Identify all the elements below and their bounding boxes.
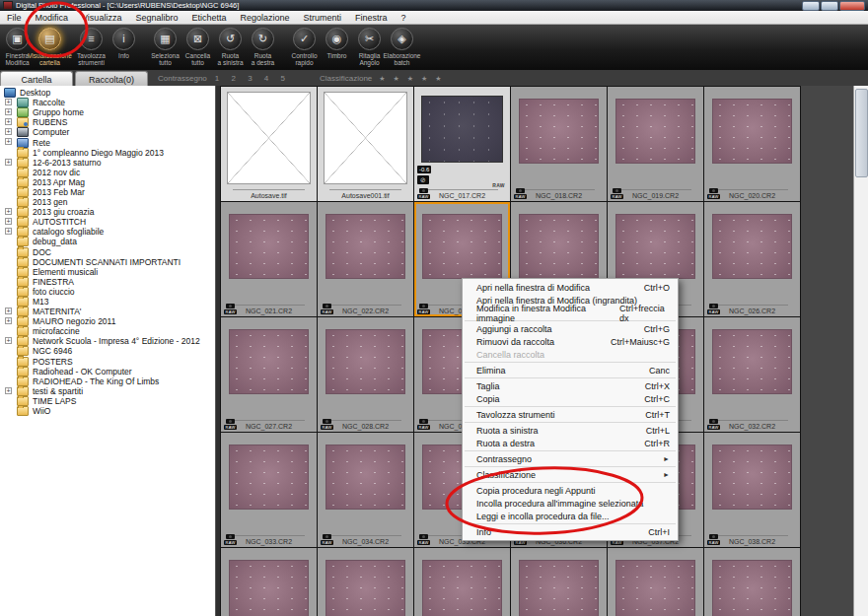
sidebar-item-gruppo-home[interactable]: +Gruppo home xyxy=(0,107,215,117)
sidebar-item-network-scuola-impresa-4-edizione-2012[interactable]: +Network Scuola - Impresa 4° Edizione - … xyxy=(0,336,215,346)
thumbnail-cell-r4c0[interactable]: RAW xyxy=(221,548,317,616)
menubar-item-8[interactable]: ? xyxy=(395,13,413,23)
thumbnail-cell-r4c1[interactable]: RAW xyxy=(318,548,413,616)
toolbar-button-ruota-a-destra[interactable]: ↻Ruota a destra xyxy=(247,28,279,66)
thumbnail-cell-ngc-020-cr2[interactable]: NGC_020.CR2RAW xyxy=(704,87,800,201)
context-menu-item-copia-procedura-negli-appunti[interactable]: Copia procedura negli Appunti xyxy=(463,484,678,497)
sidebar-item-1-compleanno-diego-maggio-2013[interactable]: 1° compleanno Diego Maggio 2013 xyxy=(0,148,215,158)
sidebar-item-wiio[interactable]: WiiO xyxy=(0,406,215,416)
thumbnail-cell-ngc-032-cr2[interactable]: NGC_032.CR2RAW xyxy=(704,317,800,432)
menubar-item-strumenti[interactable]: Strumenti xyxy=(297,13,349,23)
sidebar-item-autostitch[interactable]: +AUTOSTITCH xyxy=(0,217,215,227)
thumbnail-cell-ngc-034-cr2[interactable]: NGC_034.CR2RAW xyxy=(318,433,413,547)
close-button[interactable] xyxy=(839,1,865,11)
sidebar-item-2013-giu-croazia[interactable]: +2013 giu croazia xyxy=(0,207,215,217)
sidebar-item-testi-spartiti[interactable]: +testi & spartiti xyxy=(0,386,215,396)
toolbar-button-controllo-rapido[interactable]: ✓Controllo rapido xyxy=(288,28,321,66)
sidebar-item-debug-data[interactable]: debug_data xyxy=(0,237,215,246)
context-menu-item-aggiungi-a-raccolta[interactable]: Aggiungi a raccoltaCtrl+G xyxy=(463,322,678,335)
sidebar-item-posters[interactable]: POSTERS xyxy=(0,357,215,367)
context-menu-item-info[interactable]: InfoCtrl+I xyxy=(463,525,678,538)
menubar-item-visualizza[interactable]: Visualizza xyxy=(75,13,128,23)
expand-icon[interactable]: + xyxy=(5,387,12,394)
context-menu-item-contrassegno[interactable]: Contrassegno► xyxy=(463,452,678,465)
restore-button[interactable] xyxy=(821,1,838,11)
thumbnail-cell-ngc-033-cr2[interactable]: NGC_033.CR2RAW xyxy=(221,433,317,547)
sidebar-item-computer[interactable]: +Computer xyxy=(0,127,215,137)
menubar-item-regolazione[interactable]: Regolazione xyxy=(233,13,296,23)
menubar-item-modifica[interactable]: Modifica xyxy=(29,13,76,23)
expand-icon[interactable]: + xyxy=(5,128,12,135)
thumbnail-cell-autosave001-tif[interactable]: Autosave001.tif xyxy=(318,87,413,201)
sidebar-item-2013-feb-mar[interactable]: 2013 Feb Mar xyxy=(0,187,215,197)
sidebar-item-radiohead-the-king-of-limbs[interactable]: RADIOHEAD - The King Of Limbs xyxy=(0,376,215,386)
context-menu-item-ruota-a-sinistra[interactable]: Ruota a sinistraCtrl+L xyxy=(463,424,678,437)
context-menu-item-leggi-e-incolla-procedura-da-file[interactable]: Leggi e incolla procedura da file... xyxy=(463,510,678,522)
sidebar-item-ngc-6946[interactable]: NGC 6946 xyxy=(0,346,215,356)
context-menu-item-elimina[interactable]: EliminaCanc xyxy=(463,364,678,376)
sidebar-item-desktop[interactable]: Desktop xyxy=(0,88,215,98)
sidebar-item-rubens[interactable]: +RUBENS xyxy=(0,117,215,127)
toolbar-button-seleziona-tutto[interactable]: ▦Seleziona tutto xyxy=(149,28,181,66)
sidebar-item-foto-ciuccio[interactable]: foto ciuccio xyxy=(0,287,215,297)
sidebar-item-elementi-musicali[interactable]: Elementi musicali xyxy=(0,267,215,277)
toolbar-button-tavolozza-strumenti[interactable]: ≡Tavolozza strumenti xyxy=(75,28,108,66)
context-menu-item-taglia[interactable]: TagliaCtrl+X xyxy=(463,379,678,392)
toolbar-button-ritaglia-angolo[interactable]: ✂Ritaglia Angolo xyxy=(353,28,386,66)
expand-icon[interactable]: + xyxy=(5,337,12,344)
toolbar-button-ruota-a-sinistra[interactable]: ↺Ruota a sinistra xyxy=(214,28,247,66)
vertical-scrollbar[interactable] xyxy=(853,86,868,616)
toolbar-button-timbro[interactable]: ◉Timbro xyxy=(321,28,353,66)
menubar-item-etichetta[interactable]: Etichetta xyxy=(184,13,233,23)
scrollbar-thumb[interactable] xyxy=(855,89,868,177)
expand-icon[interactable]: + xyxy=(5,228,12,235)
toolbar-button-visualizzazione-cartella[interactable]: ▤Visualizzazione cartella xyxy=(34,28,66,66)
toolbar-button-elaborazione-batch[interactable]: ◈Elaborazione batch xyxy=(386,28,418,66)
menubar-item-finestra[interactable]: Finestra xyxy=(348,13,395,23)
expand-icon[interactable]: + xyxy=(5,159,12,166)
sidebar-item-microfaccine[interactable]: microfaccine xyxy=(0,326,215,336)
tab-raccolta[interactable]: Raccolta(0) xyxy=(75,71,148,87)
checkmark-filter-numbers[interactable]: 1 2 3 4 5 xyxy=(215,74,290,83)
sidebar-item-2013-gen[interactable]: 2013 gen xyxy=(0,197,215,207)
sidebar-item-catalogo-sfogliabile[interactable]: +catalogo sfogliabile xyxy=(0,227,215,237)
context-menu-item-classificazione[interactable]: Classificazione► xyxy=(463,468,678,481)
thumbnail-cell-ngc-018-cr2[interactable]: NGC_018.CR2RAW xyxy=(511,87,607,201)
sidebar-item-radiohead-ok-computer[interactable]: Radiohead - OK Computer xyxy=(0,367,215,376)
thumbnail-cell-ngc-019-cr2[interactable]: NGC_019.CR2RAW xyxy=(608,87,703,201)
context-menu-item-apri-nella-finestra-di-modifica[interactable]: Apri nella finestra di ModificaCtrl+O xyxy=(463,281,678,294)
expand-icon[interactable]: + xyxy=(5,99,12,105)
sidebar-item-time-laps[interactable]: TIME LAPS xyxy=(0,396,215,406)
expand-icon[interactable]: + xyxy=(5,308,12,314)
thumbnail-cell-ngc-017-cr2[interactable]: NGC_017.CR2RAW-0.6⊘RAW xyxy=(414,87,510,201)
thumbnail-cell-ngc-022-cr2[interactable]: NGC_022.CR2RAW xyxy=(318,202,413,316)
context-menu-item-tavolozza-strumenti[interactable]: Tavolozza strumentiCtrl+T xyxy=(463,408,678,421)
minimize-button[interactable] xyxy=(802,1,820,11)
thumbnail-cell-r4c3[interactable]: RAW xyxy=(511,548,607,616)
sidebar-item-2013-apr-mag[interactable]: 2013 Apr Mag xyxy=(0,177,215,187)
toolbar-button-info[interactable]: iInfo xyxy=(108,28,140,66)
expand-icon[interactable]: + xyxy=(5,317,12,324)
thumbnail-cell-ngc-021-cr2[interactable]: NGC_021.CR2RAW xyxy=(221,202,317,316)
thumbnail-cell-r4c4[interactable]: RAW xyxy=(608,548,703,616)
thumbnail-cell-autosave-tif[interactable]: Autosave.tif xyxy=(221,87,317,201)
context-menu-item-modifica-in-finestra-modifica-immagine[interactable]: Modifica in finestra Modifica immagineCt… xyxy=(463,307,678,319)
context-menu-item-incolla-procedura-all-immagine-selezionata[interactable]: Incolla procedura all'immagine seleziona… xyxy=(463,497,678,510)
context-menu-item-ruota-a-destra[interactable]: Ruota a destraCtrl+R xyxy=(463,437,678,449)
sidebar-item-doc[interactable]: DOC xyxy=(0,247,215,257)
thumbnail-cell-ngc-038-cr2[interactable]: NGC_038.CR2RAW xyxy=(704,433,800,547)
thumbnail-cell-ngc-028-cr2[interactable]: NGC_028.CR2RAW xyxy=(318,317,413,432)
sidebar-item-mauro-negozio-2011[interactable]: +MAURO negozio 2011 xyxy=(0,316,215,326)
sidebar-item-finestra[interactable]: FINESTRA xyxy=(0,277,215,287)
expand-icon[interactable]: + xyxy=(5,138,12,145)
sidebar-item-rete[interactable]: +Rete xyxy=(0,137,215,147)
menubar-item-file[interactable]: File xyxy=(0,13,29,23)
expand-icon[interactable]: + xyxy=(5,108,12,115)
sidebar-item-m13[interactable]: M13 xyxy=(0,297,215,307)
thumbnail-cell-ngc-027-cr2[interactable]: NGC_027.CR2RAW xyxy=(221,317,317,432)
thumbnail-cell-r4c2[interactable]: RAW xyxy=(414,548,510,616)
sidebar-item-documenti-scannati-importanti[interactable]: DOCUMENTI SCANNATI IMPORTANTI xyxy=(0,257,215,267)
expand-icon[interactable]: + xyxy=(5,208,12,215)
tab-cartella[interactable]: Cartella xyxy=(0,71,73,87)
thumbnail-cell-r4c5[interactable]: RAW xyxy=(704,548,800,616)
